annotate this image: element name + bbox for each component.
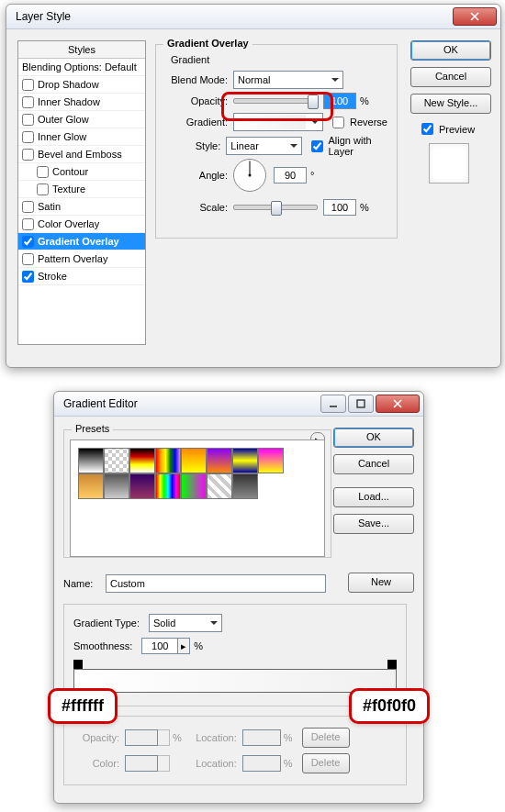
stops-group: Stops Opacity: % Location: % Delete Colo… xyxy=(63,716,407,785)
popup-icon xyxy=(158,729,170,746)
preview-checkbox[interactable]: Preview xyxy=(418,120,491,138)
ge-ok-button[interactable]: OK xyxy=(333,428,414,448)
style-item[interactable]: Texture xyxy=(18,181,145,198)
opacity-label: Opacity: xyxy=(163,95,228,106)
name-label: Name: xyxy=(63,578,100,589)
style-item[interactable]: Contour xyxy=(18,163,145,181)
window-close-button[interactable] xyxy=(453,7,497,26)
dialog-title: Layer Style xyxy=(16,10,451,23)
window-min-button[interactable] xyxy=(320,395,346,413)
scale-value[interactable]: 100 xyxy=(323,199,356,216)
preset-swatch[interactable] xyxy=(78,448,104,473)
presets-group: Presets ▸ xyxy=(63,429,331,558)
smooth-value[interactable]: 100 xyxy=(141,638,178,654)
preset-swatch[interactable] xyxy=(232,473,258,499)
style-item[interactable]: Outer Glow xyxy=(18,111,145,128)
gradient-bar[interactable] xyxy=(73,669,397,693)
style-item[interactable]: Drop Shadow xyxy=(18,76,145,94)
stop-delete2: Delete xyxy=(302,753,350,773)
pct2: % xyxy=(360,202,369,213)
style-item[interactable]: Inner Shadow xyxy=(18,94,145,111)
scale-label: Scale: xyxy=(163,202,228,213)
stop-opacity-value xyxy=(125,729,158,746)
preset-swatch[interactable] xyxy=(78,473,104,499)
stop-loc-label2: Location: xyxy=(191,758,237,769)
window-max-button[interactable] xyxy=(348,395,374,413)
sub-title: Gradient xyxy=(167,54,213,65)
blend-mode-label: Blend Mode: xyxy=(163,74,228,85)
preset-swatch[interactable] xyxy=(181,473,207,499)
preset-swatch[interactable] xyxy=(155,448,181,473)
ok-button[interactable]: OK xyxy=(410,40,491,61)
gradient-picker[interactable] xyxy=(233,113,323,131)
opacity-stop-right[interactable] xyxy=(387,660,397,669)
preset-swatch[interactable] xyxy=(207,473,232,499)
stop-color-label: Color: xyxy=(73,758,119,769)
type-combo[interactable]: Solid xyxy=(149,614,222,632)
popup-icon2 xyxy=(158,755,170,772)
preview-swatch xyxy=(429,143,469,184)
style-item[interactable]: Gradient Overlay xyxy=(18,233,145,250)
ge-load-button[interactable]: Load... xyxy=(333,487,414,507)
scale-slider[interactable] xyxy=(233,205,318,210)
ge-button-column: OK Cancel Load... Save... xyxy=(333,428,414,540)
stop-loc-label: Location: xyxy=(191,732,237,743)
align-checkbox[interactable]: Align with Layer xyxy=(308,135,390,157)
style-item[interactable]: Blending Options: Default xyxy=(18,59,145,76)
preset-swatch[interactable] xyxy=(207,448,232,473)
presets-panel[interactable] xyxy=(70,439,325,557)
presets-label: Presets xyxy=(72,423,113,434)
stop-color-swatch xyxy=(125,755,158,772)
preset-swatch[interactable] xyxy=(258,448,284,473)
annotation-right-color: #f0f0f0 xyxy=(349,688,430,724)
opacity-stop-left[interactable] xyxy=(73,660,83,669)
svg-rect-3 xyxy=(357,400,365,407)
opacity-value[interactable]: 100 xyxy=(323,93,356,109)
preset-swatch[interactable] xyxy=(181,448,207,473)
angle-label: Angle: xyxy=(163,170,228,181)
styles-header: Styles xyxy=(18,41,145,59)
angle-dial[interactable] xyxy=(233,159,266,192)
gradient-label: Gradient: xyxy=(163,117,228,128)
stop-opacity-label: Opacity: xyxy=(73,732,119,743)
preset-swatch[interactable] xyxy=(104,448,129,473)
gradient-overlay-group: Gradient Overlay Gradient Blend Mode: No… xyxy=(155,44,398,239)
style-item[interactable]: Stroke xyxy=(18,268,145,285)
window-close-button-ge[interactable] xyxy=(376,395,420,413)
style-item[interactable]: Inner Glow xyxy=(18,128,145,146)
new-style-button[interactable]: New Style... xyxy=(410,94,491,114)
preset-swatch[interactable] xyxy=(155,473,181,499)
style-item[interactable]: Color Overlay xyxy=(18,216,145,233)
cancel-button[interactable]: Cancel xyxy=(410,67,491,87)
type-label: Gradient Type: xyxy=(73,617,140,628)
ge-cancel-button[interactable]: Cancel xyxy=(333,454,414,474)
pct: % xyxy=(360,95,369,106)
stop-loc-value xyxy=(242,729,281,746)
deg: ° xyxy=(310,170,314,181)
preset-swatch[interactable] xyxy=(232,448,258,473)
name-input[interactable]: Custom xyxy=(106,574,326,593)
style-item[interactable]: Bevel and Emboss xyxy=(18,146,145,163)
titlebar[interactable]: Layer Style xyxy=(6,5,500,29)
blend-mode-combo[interactable]: Normal xyxy=(233,71,343,89)
layer-style-dialog: Layer Style Styles Blending Options: Def… xyxy=(6,4,501,368)
preset-swatch[interactable] xyxy=(129,473,155,499)
angle-value[interactable]: 90 xyxy=(274,167,307,184)
ge-new-button[interactable]: New xyxy=(348,573,414,593)
ge-save-button[interactable]: Save... xyxy=(333,514,414,534)
titlebar-ge[interactable]: Gradient Editor xyxy=(54,392,423,417)
style-item[interactable]: Satin xyxy=(18,198,145,216)
stop-loc-value2 xyxy=(242,755,281,772)
style-combo[interactable]: Linear xyxy=(226,137,301,155)
gradient-editor-dialog: Gradient Editor Presets ▸ OK Cancel Load… xyxy=(53,391,424,804)
group-title: Gradient Overlay xyxy=(163,38,252,49)
styles-list: Styles Blending Options: DefaultDrop Sha… xyxy=(17,40,146,345)
reverse-checkbox[interactable]: Reverse xyxy=(329,114,387,131)
button-column: OK Cancel New Style... Preview xyxy=(410,40,491,184)
preset-swatch[interactable] xyxy=(129,448,155,473)
style-item[interactable]: Pattern Overlay xyxy=(18,250,145,268)
preset-swatch[interactable] xyxy=(104,473,129,499)
smooth-popup-icon[interactable]: ▸ xyxy=(178,638,190,654)
smooth-label: Smoothness: xyxy=(73,640,132,651)
opacity-slider[interactable] xyxy=(233,98,318,104)
